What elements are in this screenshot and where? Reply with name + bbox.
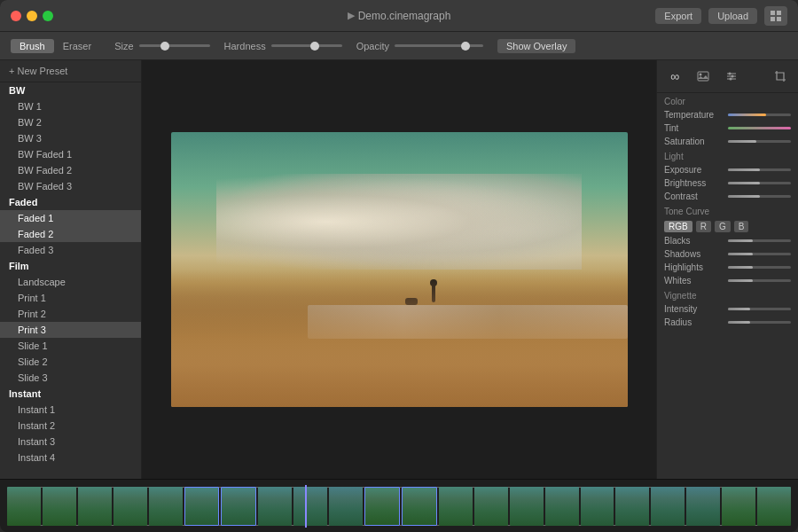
film-frame[interactable]	[258, 487, 292, 526]
size-track[interactable]	[139, 44, 210, 47]
preset-item[interactable]: Slide 2	[0, 354, 141, 370]
preset-item[interactable]: Instant 3	[0, 434, 141, 450]
exposure-slider[interactable]	[728, 168, 791, 171]
maximize-button[interactable]	[43, 11, 53, 21]
new-preset-button[interactable]: + New Preset	[0, 60, 141, 82]
preset-item-faded1[interactable]: Faded 1	[0, 210, 141, 226]
preset-item-print3[interactable]: Print 3	[0, 322, 141, 338]
radius-slider[interactable]	[728, 321, 791, 324]
preset-item[interactable]: Faded 3	[0, 242, 141, 258]
film-frame[interactable]	[545, 487, 579, 526]
film-frame[interactable]	[43, 487, 76, 526]
close-button[interactable]	[11, 11, 21, 21]
preset-item[interactable]: Landscape	[0, 274, 141, 290]
vignette-section-label: Vignette	[657, 287, 798, 302]
canvas-area[interactable]	[142, 60, 656, 479]
preset-item[interactable]: Print 1	[0, 290, 141, 306]
film-frame[interactable]	[184, 487, 220, 526]
film-frame[interactable]	[7, 487, 41, 526]
film-frame[interactable]	[113, 487, 147, 526]
film-frame-inner	[113, 487, 147, 526]
infinity-icon-button[interactable]: ∞	[664, 66, 685, 87]
preset-item[interactable]: BW Faded 3	[0, 178, 141, 194]
preset-item[interactable]: BW Faded 1	[0, 146, 141, 162]
svg-rect-2	[771, 17, 775, 21]
shadows-row: Shadows	[657, 247, 798, 261]
upload-button[interactable]: Upload	[708, 8, 757, 24]
main-area: + New Preset BW BW 1 BW 2 BW 3 BW Faded …	[0, 60, 798, 479]
preset-item[interactable]: BW 1	[0, 98, 141, 114]
brightness-slider[interactable]	[728, 182, 791, 184]
film-frame[interactable]	[686, 487, 720, 526]
film-frame[interactable]	[221, 487, 256, 526]
preset-item[interactable]: Instant 1	[0, 402, 141, 418]
tone-rgb-button[interactable]: RGB	[664, 221, 692, 232]
hardness-track[interactable]	[271, 44, 342, 47]
film-frame[interactable]	[293, 487, 327, 526]
canvas-image	[171, 132, 628, 407]
svg-rect-3	[777, 17, 781, 21]
grid-view-button[interactable]	[764, 6, 787, 26]
film-frame[interactable]	[149, 487, 183, 526]
preset-item[interactable]: BW 2	[0, 114, 141, 130]
preset-item[interactable]: Slide 1	[0, 338, 141, 354]
timeline-playhead[interactable]	[305, 485, 307, 528]
preset-item[interactable]: BW Faded 2	[0, 162, 141, 178]
crop-icon-button[interactable]	[770, 66, 791, 87]
intensity-slider[interactable]	[728, 308, 791, 310]
export-button[interactable]: Export	[655, 8, 701, 24]
preset-item[interactable]: Slide 3	[0, 370, 141, 386]
tone-b-button[interactable]: B	[734, 221, 749, 232]
preset-item-faded2[interactable]: Faded 2	[0, 226, 141, 242]
hardness-thumb[interactable]	[310, 42, 319, 51]
eraser-button[interactable]: Eraser	[54, 39, 100, 53]
sliders-icon-button[interactable]	[721, 66, 742, 87]
blacks-slider[interactable]	[728, 239, 791, 242]
blacks-label: Blacks	[664, 236, 724, 246]
image-icon-button[interactable]	[692, 66, 714, 87]
hardness-label: Hardness	[224, 41, 266, 51]
tone-g-button[interactable]: G	[715, 221, 731, 232]
opacity-label: Opacity	[356, 41, 389, 51]
shadows-slider[interactable]	[728, 253, 791, 255]
svg-rect-1	[777, 11, 781, 15]
film-frame[interactable]	[581, 487, 614, 526]
film-frame[interactable]	[722, 487, 755, 526]
opacity-track[interactable]	[395, 44, 483, 47]
film-frame[interactable]	[439, 487, 473, 526]
film-frame[interactable]	[329, 487, 363, 526]
show-overlay-button[interactable]: Show Overlay	[497, 39, 575, 53]
preset-item[interactable]: Print 2	[0, 306, 141, 322]
film-frame-inner	[722, 487, 755, 526]
temperature-slider[interactable]	[728, 113, 791, 116]
film-frame[interactable]	[510, 487, 544, 526]
tone-r-button[interactable]: R	[696, 221, 711, 232]
minimize-button[interactable]	[27, 11, 37, 21]
highlights-label: Highlights	[664, 262, 724, 272]
brush-button[interactable]: Brush	[11, 39, 54, 53]
opacity-thumb[interactable]	[461, 42, 470, 51]
film-frame[interactable]	[78, 487, 112, 526]
film-frame[interactable]	[615, 487, 649, 526]
opacity-slider-container: Opacity	[356, 41, 483, 51]
temperature-row: Temperature	[657, 108, 798, 121]
film-frame[interactable]	[364, 487, 400, 526]
tint-slider[interactable]	[728, 127, 791, 129]
film-frame-inner	[329, 487, 363, 526]
highlights-slider[interactable]	[728, 266, 791, 269]
preset-item[interactable]: BW 3	[0, 130, 141, 146]
film-frame[interactable]	[474, 487, 508, 526]
preset-item[interactable]: Instant 2	[0, 418, 141, 434]
saturation-slider[interactable]	[728, 140, 791, 143]
crop-icon	[774, 70, 786, 82]
preset-item[interactable]: Instant 4	[0, 450, 141, 466]
whites-slider[interactable]	[728, 279, 791, 282]
film-frame[interactable]	[651, 487, 685, 526]
film-frame[interactable]	[757, 487, 791, 526]
timeline[interactable]	[0, 479, 798, 532]
timeline-strip-container[interactable]	[7, 485, 791, 528]
contrast-slider[interactable]	[728, 195, 791, 198]
size-thumb[interactable]	[160, 42, 169, 51]
film-frame-inner	[78, 487, 112, 526]
film-frame[interactable]	[402, 487, 437, 526]
